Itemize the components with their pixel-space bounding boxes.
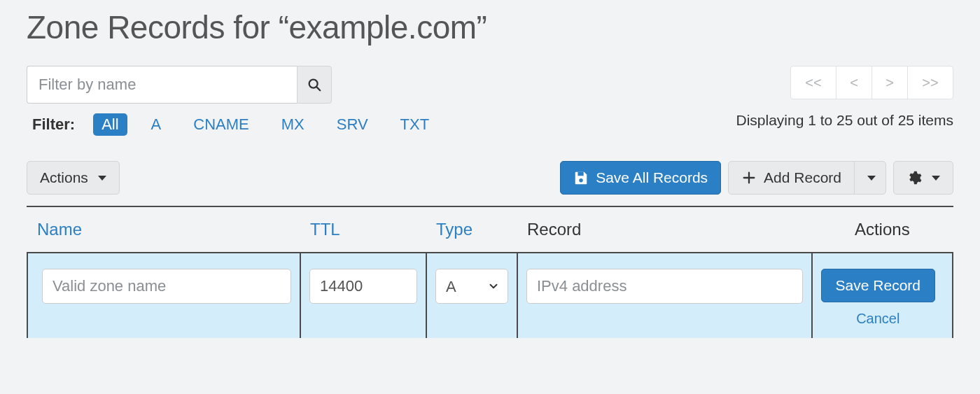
filter-tab-a[interactable]: A: [143, 113, 170, 136]
caret-down-icon: [932, 176, 940, 181]
pager-last-button[interactable]: >>: [907, 66, 953, 99]
search-icon: [307, 77, 322, 92]
filter-label: Filter:: [32, 115, 75, 134]
col-actions: Actions: [812, 207, 953, 253]
record-ttl-input[interactable]: [309, 269, 417, 304]
svg-line-1: [317, 87, 321, 91]
filter-tab-srv[interactable]: SRV: [328, 113, 377, 136]
toolbar: Actions Save All Records: [27, 161, 953, 207]
add-record-label: Add Record: [764, 169, 841, 186]
save-all-label: Save All Records: [596, 169, 708, 186]
filter-tab-all[interactable]: All: [93, 113, 127, 136]
record-name-input[interactable]: [42, 269, 291, 304]
cancel-link[interactable]: Cancel: [856, 311, 899, 327]
col-type[interactable]: Type: [426, 207, 517, 253]
pager-status: Displaying 1 to 25 out of 25 items: [736, 112, 953, 129]
pager-prev-button[interactable]: <: [836, 66, 872, 99]
col-ttl[interactable]: TTL: [300, 207, 426, 253]
pager-next-button[interactable]: >: [872, 66, 908, 99]
svg-point-3: [579, 178, 583, 182]
save-icon: [573, 170, 589, 185]
gear-icon: [906, 170, 922, 185]
new-record-row: A Save Record Cancel: [27, 253, 953, 338]
svg-rect-2: [578, 172, 584, 176]
col-record: Record: [517, 207, 812, 253]
filter-tab-txt[interactable]: TXT: [392, 113, 438, 136]
page-title: Zone Records for “example.com”: [27, 8, 953, 46]
actions-dropdown-button[interactable]: Actions: [27, 161, 120, 195]
filter-by-name-input[interactable]: [27, 66, 297, 104]
save-all-records-button[interactable]: Save All Records: [560, 161, 721, 195]
add-record-group: Add Record: [728, 161, 886, 195]
filter-tab-mx[interactable]: MX: [273, 113, 313, 136]
settings-dropdown-button[interactable]: [893, 161, 953, 195]
add-record-dropdown-button[interactable]: [854, 161, 886, 195]
filter-tab-cname[interactable]: CNAME: [185, 113, 257, 136]
add-record-button[interactable]: Add Record: [728, 161, 855, 195]
table-header-row: Name TTL Type Record Actions: [27, 207, 953, 253]
record-value-input[interactable]: [526, 269, 803, 304]
pager-first-button[interactable]: <<: [790, 66, 836, 99]
actions-label: Actions: [40, 169, 88, 186]
svg-point-0: [309, 80, 318, 88]
filter-tabs: Filter: All A CNAME MX SRV TXT: [27, 113, 438, 136]
records-table: Name TTL Type Record Actions A: [27, 207, 953, 338]
col-name[interactable]: Name: [27, 207, 300, 253]
save-record-button[interactable]: Save Record: [821, 269, 935, 302]
plus-icon: [741, 170, 757, 185]
pager: << < > >>: [790, 66, 953, 99]
search-button[interactable]: [297, 66, 332, 104]
record-type-select[interactable]: A: [435, 269, 508, 304]
caret-down-icon: [867, 176, 876, 181]
search-group: [27, 66, 438, 104]
caret-down-icon: [98, 176, 106, 181]
